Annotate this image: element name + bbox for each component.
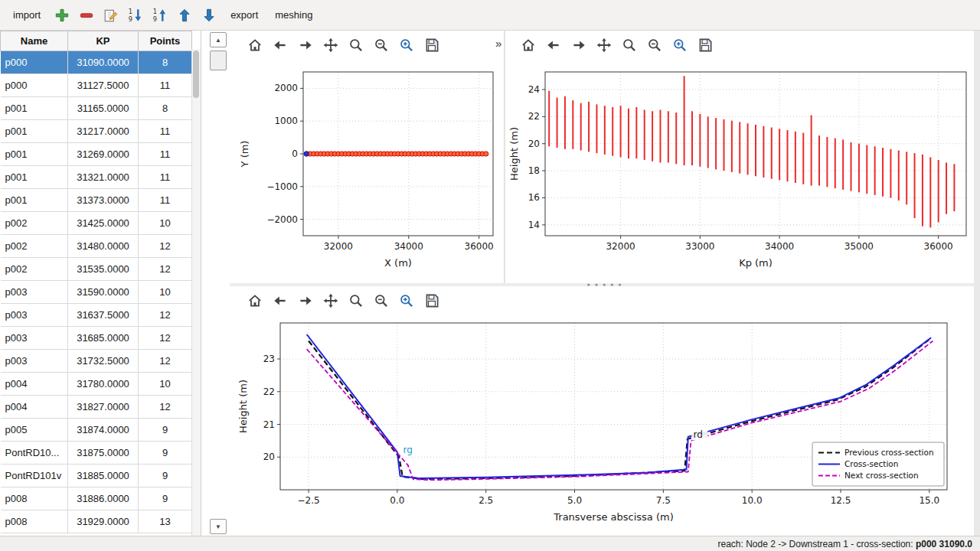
table-row[interactable]: p00131321.000011 xyxy=(1,166,192,189)
cell-points: 12 xyxy=(139,396,192,419)
back-icon xyxy=(272,292,289,309)
table-row[interactable]: p00831886.00009 xyxy=(1,487,192,510)
forward-button[interactable] xyxy=(294,34,317,56)
table-row[interactable]: p00331732.500012 xyxy=(1,350,192,373)
cell-name: p002 xyxy=(1,258,68,281)
move-up-button[interactable] xyxy=(173,5,196,26)
cross-section-canvas[interactable]: −2.50.02.55.07.510.012.515.020212223Tran… xyxy=(230,314,976,534)
back-button[interactable] xyxy=(269,34,292,56)
cell-points: 11 xyxy=(139,143,192,166)
table-scrollbar[interactable] xyxy=(191,49,201,536)
svg-text:36000: 36000 xyxy=(924,241,953,252)
column-header-kp[interactable]: KP xyxy=(68,31,139,51)
table-scrollbar-thumb[interactable] xyxy=(193,51,199,98)
cell-points: 12 xyxy=(139,304,192,327)
svg-text:2.5: 2.5 xyxy=(479,495,493,506)
table-row[interactable]: p00131373.000011 xyxy=(1,189,192,212)
save-button[interactable] xyxy=(694,34,717,56)
column-header-name[interactable]: Name xyxy=(1,31,68,51)
cell-points: 10 xyxy=(139,212,192,235)
home-button[interactable] xyxy=(243,290,266,311)
table-row[interactable]: p00431780.000010 xyxy=(1,373,192,396)
cell-name: p001 xyxy=(1,120,68,143)
subplots-button[interactable] xyxy=(370,34,393,56)
home-button[interactable] xyxy=(517,34,540,56)
cell-kp: 31269.0000 xyxy=(68,143,139,166)
table-row[interactable]: p00031127.500011 xyxy=(1,74,192,97)
table-row[interactable]: p00131165.00008 xyxy=(1,97,192,120)
svg-text:9: 9 xyxy=(153,15,157,23)
table-row[interactable]: p00531874.00009 xyxy=(1,419,192,442)
svg-text:rd: rd xyxy=(693,429,702,440)
cell-name: p001 xyxy=(1,143,68,166)
back-button[interactable] xyxy=(269,290,292,311)
zoom-button[interactable] xyxy=(345,290,368,311)
table-row[interactable]: PontRD10...31875.00009 xyxy=(1,442,192,465)
subplots-button[interactable] xyxy=(370,290,393,311)
cell-points: 9 xyxy=(139,465,192,487)
add-button[interactable] xyxy=(51,5,74,26)
table-row[interactable]: p00231480.000012 xyxy=(1,235,192,258)
table-row[interactable]: p00431827.000012 xyxy=(1,396,192,419)
svg-text:32000: 32000 xyxy=(324,241,353,252)
table-row[interactable]: p00031090.00008 xyxy=(1,51,192,74)
cell-name: p003 xyxy=(1,350,68,373)
svg-text:32000: 32000 xyxy=(606,241,635,252)
svg-text:34000: 34000 xyxy=(394,241,423,252)
table-row[interactable]: p00231425.000010 xyxy=(1,212,192,235)
table-row[interactable]: PontRD101v31885.00009 xyxy=(1,465,192,487)
svg-text:0: 0 xyxy=(292,148,298,159)
plan-plot-toolbar xyxy=(243,32,443,58)
column-header-points[interactable]: Points xyxy=(139,31,192,51)
edit-button[interactable] xyxy=(100,5,122,26)
svg-text:0.0: 0.0 xyxy=(390,495,404,506)
y-axis-label: Height (m) xyxy=(508,127,520,181)
save-button[interactable] xyxy=(420,34,443,56)
svg-text:Next cross-section: Next cross-section xyxy=(844,471,919,480)
splitter-handle[interactable]: ● ● ● ● ● xyxy=(230,283,980,286)
pan-button[interactable] xyxy=(319,290,342,311)
cross-sections-series xyxy=(549,76,954,227)
forward-button[interactable] xyxy=(294,290,317,311)
plan-view-canvas[interactable]: 320003400036000200010000−1000−2000X (m)Y… xyxy=(230,61,502,283)
panel-scrollbar-thumb[interactable] xyxy=(210,51,227,70)
table-row[interactable]: p00331685.000012 xyxy=(1,327,192,350)
pan-button[interactable] xyxy=(593,34,616,56)
subplots-button[interactable] xyxy=(643,34,666,56)
scroll-up-button[interactable]: ▲ xyxy=(210,32,227,47)
save-button[interactable] xyxy=(420,290,443,311)
table-row[interactable]: p00331590.000010 xyxy=(1,281,192,304)
customize-button[interactable] xyxy=(395,34,418,56)
table-row[interactable]: p00131269.000011 xyxy=(1,143,192,166)
meshing-button[interactable]: meshing xyxy=(268,5,319,24)
pan-button[interactable] xyxy=(319,34,342,56)
scroll-down-button[interactable]: ▼ xyxy=(210,519,227,534)
forward-icon xyxy=(570,37,587,54)
zoom-button[interactable] xyxy=(618,34,641,56)
cell-name: p001 xyxy=(1,166,68,189)
home-button[interactable] xyxy=(243,34,266,56)
svg-text:−1000: −1000 xyxy=(266,181,298,192)
table-row[interactable]: p00831929.000013 xyxy=(1,510,192,533)
table-row[interactable]: p00231535.000012 xyxy=(1,258,192,281)
move-down-button[interactable] xyxy=(198,5,220,26)
import-button[interactable]: import xyxy=(6,5,47,24)
zoom-button[interactable] xyxy=(345,34,368,56)
longitudinal-profile-canvas[interactable]: 3200033000340003500036000141618202224Kp … xyxy=(505,61,972,283)
table-row[interactable]: p00131217.000011 xyxy=(1,120,192,143)
customize-button[interactable] xyxy=(395,290,418,311)
sort-desc-button[interactable]: 19 xyxy=(124,5,147,26)
sort-asc-button[interactable]: 19 xyxy=(149,5,172,26)
zoom-icon xyxy=(348,292,364,309)
customize-button[interactable] xyxy=(668,34,691,56)
svg-text:16: 16 xyxy=(528,192,540,203)
table-row[interactable]: p00331637.500012 xyxy=(1,304,192,327)
cell-kp: 31127.5000 xyxy=(68,74,139,97)
cell-points: 9 xyxy=(139,442,192,465)
back-button[interactable] xyxy=(542,34,565,56)
remove-button[interactable] xyxy=(75,5,98,26)
forward-button[interactable] xyxy=(567,34,590,56)
cell-kp: 31929.0000 xyxy=(68,510,139,533)
export-button[interactable]: export xyxy=(224,5,265,24)
svg-text:10.0: 10.0 xyxy=(742,495,763,506)
